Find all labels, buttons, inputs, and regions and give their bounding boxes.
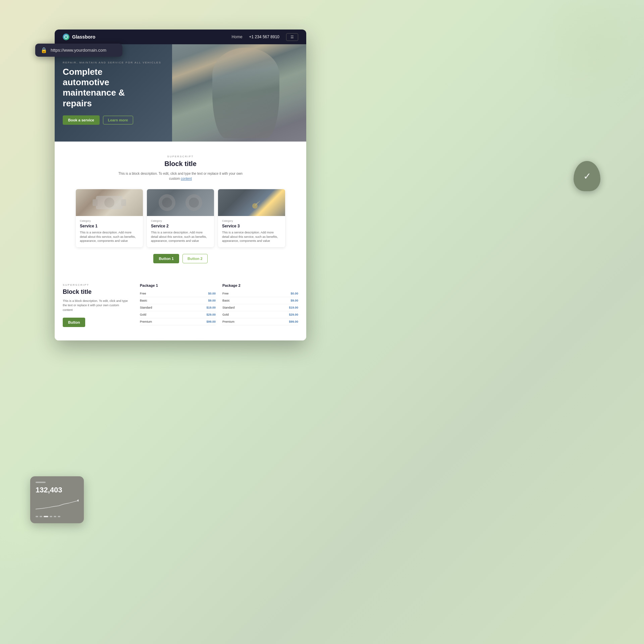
service-card-2-image bbox=[147, 189, 214, 216]
services-section: SUPERSCRIPT Block title This is a block … bbox=[55, 142, 306, 273]
pricing-price: $9.00 bbox=[290, 299, 298, 302]
package-2-title: Package 2 bbox=[222, 283, 298, 287]
service-card-3-image bbox=[218, 189, 285, 216]
pricing-row: Premium $99.00 bbox=[222, 318, 298, 325]
services-desc-link[interactable]: content bbox=[181, 177, 192, 180]
svg-point-1 bbox=[64, 35, 68, 39]
stats-card: 132,403 bbox=[30, 476, 84, 523]
stats-dot bbox=[54, 516, 56, 517]
shield-badge: ✓ bbox=[574, 161, 600, 191]
services-desc-text: This is a block description. To edit, cl… bbox=[118, 172, 243, 180]
pricing-tables: Package 1 Free $0.00 Basic $9.00 Standar… bbox=[140, 283, 298, 327]
pricing-row: Standard $19.00 bbox=[222, 304, 298, 311]
pricing-button[interactable]: Button bbox=[63, 318, 85, 327]
pricing-label: Gold bbox=[140, 313, 146, 316]
svg-rect-3 bbox=[93, 199, 98, 206]
pricing-price: $99.00 bbox=[289, 320, 298, 323]
svg-rect-4 bbox=[121, 199, 126, 206]
pricing-label: Standard bbox=[222, 306, 235, 309]
card-1-description: This is a service description. Add more … bbox=[80, 230, 139, 243]
menu-icon: ☰ bbox=[290, 35, 294, 39]
nav-logo: Glassboro bbox=[63, 34, 95, 40]
services-description: This is a block description. To edit, cl… bbox=[117, 171, 244, 181]
pricing-superscript: SUPERSCRIPT bbox=[63, 283, 130, 286]
pricing-price: $19.00 bbox=[206, 306, 216, 309]
card-3-description: This is a service description. Add more … bbox=[222, 230, 281, 243]
stats-number: 132,403 bbox=[36, 486, 78, 494]
stats-dots bbox=[36, 516, 78, 517]
logo-text: Glassboro bbox=[72, 34, 95, 40]
services-title: Block title bbox=[63, 160, 298, 168]
hero-content: REPAIR, MAINTAIN AND SERVICE FOR ALL VEH… bbox=[63, 61, 161, 125]
hero-buttons: Book a service Learn more bbox=[63, 115, 161, 125]
pricing-price: $29.00 bbox=[206, 313, 216, 316]
pricing-table-2: Package 2 Free $0.00 Basic $9.00 Standar… bbox=[222, 283, 298, 327]
pricing-row: Basic $9.00 bbox=[222, 297, 298, 304]
service-card-2-body: Category Service 2 This is a service des… bbox=[147, 216, 214, 247]
nav-home-link[interactable]: Home bbox=[232, 35, 243, 39]
service-card-1-body: Category Service 1 This is a service des… bbox=[76, 216, 143, 247]
service-cards-container: Category Service 1 This is a service des… bbox=[63, 189, 298, 247]
pricing-left: SUPERSCRIPT Block title This is a block … bbox=[63, 283, 130, 327]
url-bar-floating: 🔒 https://www.yourdomain.com bbox=[35, 44, 122, 57]
learn-more-button[interactable]: Learn more bbox=[103, 116, 133, 124]
pricing-label: Gold bbox=[222, 313, 229, 316]
pricing-label: Basic bbox=[140, 299, 147, 302]
pricing-row: Premium $99.00 bbox=[140, 318, 216, 325]
pricing-price: $0.00 bbox=[208, 292, 216, 295]
hero-section: REPAIR, MAINTAIN AND SERVICE FOR ALL VEH… bbox=[55, 44, 306, 142]
stats-dot bbox=[50, 516, 52, 517]
pricing-row: Gold $29.00 bbox=[140, 311, 216, 318]
website-container: Glassboro Home +1 234 567 8910 ☰ REPAIR,… bbox=[55, 30, 306, 340]
card-2-description: This is a service description. Add more … bbox=[151, 230, 210, 243]
svg-point-9 bbox=[189, 198, 199, 208]
pricing-row: Standard $19.00 bbox=[140, 304, 216, 311]
navbar: Glassboro Home +1 234 567 8910 ☰ bbox=[55, 30, 306, 44]
nav-links: Home +1 234 567 8910 ☰ bbox=[232, 33, 298, 41]
services-superscript: SUPERSCRIPT bbox=[63, 155, 298, 158]
svg-point-7 bbox=[162, 198, 172, 208]
shield-check-icon: ✓ bbox=[583, 171, 591, 182]
lock-icon: 🔒 bbox=[41, 47, 47, 53]
card-1-category: Category bbox=[80, 219, 139, 222]
card-2-category: Category bbox=[151, 219, 210, 222]
stats-dot bbox=[40, 516, 42, 517]
hero-image bbox=[155, 44, 306, 142]
pricing-section: SUPERSCRIPT Block title This is a block … bbox=[55, 273, 306, 341]
pricing-price: $29.00 bbox=[289, 313, 298, 316]
pricing-label: Premium bbox=[140, 320, 152, 323]
section-button-1[interactable]: Button 1 bbox=[153, 254, 179, 263]
pricing-title: Block title bbox=[63, 288, 130, 296]
nav-menu-button[interactable]: ☰ bbox=[286, 33, 298, 41]
pricing-row: Free $0.00 bbox=[140, 290, 216, 297]
service-card-3: Category Service 3 This is a service des… bbox=[218, 189, 285, 247]
pricing-price: $19.00 bbox=[289, 306, 298, 309]
stats-dot-active bbox=[44, 516, 48, 517]
service-card-1-image bbox=[76, 189, 143, 216]
section-button-2[interactable]: Button 2 bbox=[182, 254, 208, 263]
package-1-title: Package 1 bbox=[140, 283, 216, 287]
hero-superscript: REPAIR, MAINTAIN AND SERVICE FOR ALL VEH… bbox=[63, 61, 161, 64]
service-card-1: Category Service 1 This is a service des… bbox=[76, 189, 143, 247]
pricing-row: Basic $9.00 bbox=[140, 297, 216, 304]
pricing-price: $9.00 bbox=[208, 299, 216, 302]
stats-dot bbox=[58, 516, 60, 517]
section-buttons: Button 1 Button 2 bbox=[63, 254, 298, 263]
hero-title: Complete automotive maintenance & repair… bbox=[63, 67, 150, 109]
book-service-button[interactable]: Book a service bbox=[63, 115, 100, 125]
card-3-category: Category bbox=[222, 219, 281, 222]
stats-chart bbox=[36, 498, 78, 512]
service-card-2: Category Service 2 This is a service des… bbox=[147, 189, 214, 247]
pricing-description: This is a block description. To edit, cl… bbox=[63, 299, 130, 313]
pricing-table-1: Package 1 Free $0.00 Basic $9.00 Standar… bbox=[140, 283, 216, 327]
pricing-label: Free bbox=[140, 292, 146, 295]
pricing-price: $0.00 bbox=[290, 292, 298, 295]
pricing-price: $99.00 bbox=[206, 320, 216, 323]
card-1-title: Service 1 bbox=[80, 224, 139, 228]
pricing-label: Standard bbox=[140, 306, 152, 309]
pricing-row: Gold $29.00 bbox=[222, 311, 298, 318]
service-card-3-body: Category Service 3 This is a service des… bbox=[218, 216, 285, 247]
url-text: https://www.yourdomain.com bbox=[51, 48, 106, 53]
nav-phone: +1 234 567 8910 bbox=[249, 35, 279, 39]
svg-point-0 bbox=[77, 499, 78, 501]
